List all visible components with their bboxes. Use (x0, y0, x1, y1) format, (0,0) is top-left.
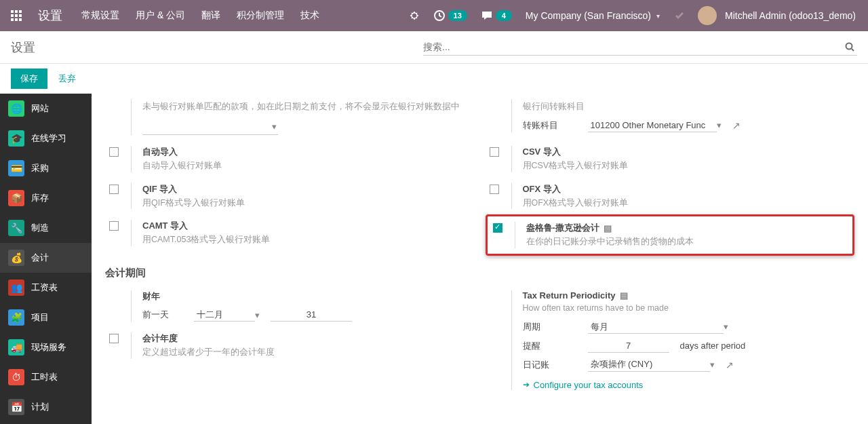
external-link-icon[interactable]: ↗ (726, 360, 734, 370)
sidebar-item-label: 在线学习 (31, 132, 66, 144)
chevron-down-icon: ▾ (255, 310, 260, 320)
ofx-import-title: OFX 导入 (523, 183, 855, 195)
fy-day-input[interactable] (271, 308, 352, 322)
money-icon: 💰 (8, 250, 24, 266)
user-menu[interactable]: Mitchell Admin (odoo13_demo) (691, 6, 863, 25)
activity-badge: 13 (448, 10, 467, 21)
sidebar-item-label: 制造 (31, 222, 49, 234)
fiscal-years-checkbox[interactable] (109, 334, 119, 343)
messaging-indicator[interactable]: 4 (474, 9, 519, 22)
svg-rect-0 (11, 10, 14, 13)
user-name: Mitchell Admin (odoo13_demo) (725, 10, 856, 21)
box-icon: 📦 (8, 190, 24, 206)
bank-threshold-input[interactable]: ▾ (142, 119, 278, 135)
bank-threshold-desc: 未与银行对账单匹配的款项，如在此日期之前支付，将不会显示在银行对账数据中 (142, 100, 475, 113)
menu-technical[interactable]: 技术 (292, 9, 328, 22)
sidebar-item-accounting[interactable]: 💰 会计 (0, 243, 92, 273)
sidebar-item-label: 工时表 (31, 371, 58, 383)
top-navbar: 设置 常规设置 用户 & 公司 翻译 积分制管理 技术 13 4 My Comp… (0, 0, 868, 31)
company-selector[interactable]: My Company (San Francisco) ▾ (519, 10, 667, 21)
qif-import-checkbox[interactable] (109, 185, 119, 194)
tax-journal-select[interactable] (588, 358, 710, 372)
sidebar-item-planning[interactable]: 📅 计划 (0, 392, 92, 422)
sidebar-item-project[interactable]: 🧩 项目 (0, 303, 92, 332)
doc-icon[interactable]: ▤ (620, 290, 628, 301)
doc-icon[interactable]: ▤ (604, 223, 612, 233)
tax-period-select[interactable]: 每月 (588, 320, 724, 334)
camt-import-desc: 用CAMT.053格式导入银行对账单 (142, 233, 475, 246)
sidebar-item-purchase[interactable]: 💳 采购 (0, 153, 92, 183)
qif-import-desc: 用QIF格式导入银行对账单 (142, 197, 475, 210)
page-title: 设置 (11, 39, 35, 56)
external-link-icon[interactable]: ↗ (732, 120, 741, 131)
menu-translate[interactable]: 翻译 (193, 9, 229, 22)
ofx-import-checkbox[interactable] (490, 185, 499, 194)
message-badge: 4 (496, 10, 512, 21)
clock-icon: ⏱ (8, 369, 24, 385)
sidebar-item-label: 会计 (31, 252, 49, 264)
debug-icon[interactable] (402, 10, 427, 21)
sidebar-item-timesheet[interactable]: ⏱ 工时表 (0, 362, 92, 392)
svg-point-11 (846, 43, 852, 50)
sidebar-item-label: 计划 (31, 401, 49, 413)
anglo-saxon-title: 盎格鲁-撒克逊会计 ▤ (526, 222, 848, 234)
tax-journal-label: 日记账 (523, 359, 577, 371)
svg-rect-1 (15, 10, 18, 13)
csv-import-desc: 用CSV格式导入银行对账单 (523, 159, 855, 172)
svg-rect-3 (11, 14, 14, 17)
main-layout: 🌐 网站 🎓 在线学习 💳 采购 📦 库存 🔧 制造 💰 会计 👥 工资表 � (0, 94, 868, 424)
highlight-box: 盎格鲁-撒克逊会计 ▤ 在你的日记账分录中记录销售的货物的成本 (486, 214, 855, 256)
svg-rect-5 (19, 14, 22, 17)
search-wrap (423, 39, 857, 56)
svg-rect-2 (19, 10, 22, 13)
sidebar-item-label: 采购 (31, 162, 49, 174)
sidebar-item-label: 网站 (31, 102, 49, 115)
sidebar-item-manufacturing[interactable]: 🔧 制造 (0, 213, 92, 243)
sidebar-item-label: 项目 (31, 311, 49, 324)
tax-return-title: Tax Return Periodicity ▤ (523, 290, 855, 301)
anglo-saxon-checkbox[interactable] (493, 223, 502, 233)
fiscal-year-title: 财年 (142, 290, 475, 303)
tax-reminder-input[interactable] (588, 339, 669, 353)
ofx-import-desc: 用OFX格式导入银行对账单 (523, 197, 855, 210)
fy-month-select[interactable]: 十二月 (194, 308, 255, 322)
sidebar-item-inventory[interactable]: 📦 库存 (0, 183, 92, 213)
configure-tax-link[interactable]: ➔ Configure your tax accounts (523, 380, 855, 390)
globe-icon: 🌐 (8, 100, 24, 117)
menu-points[interactable]: 积分制管理 (229, 9, 292, 22)
app-brand[interactable]: 设置 (27, 7, 73, 24)
activity-indicator[interactable]: 13 (427, 9, 474, 22)
fy-lastday-label: 前一天 (142, 309, 183, 321)
apps-grid-icon[interactable] (5, 10, 27, 21)
auto-import-checkbox[interactable] (109, 147, 119, 157)
sidebar-item-elearning[interactable]: 🎓 在线学习 (0, 123, 92, 153)
search-input[interactable] (423, 41, 842, 52)
svg-rect-7 (15, 18, 18, 21)
people-icon: 👥 (8, 280, 24, 296)
search-icon[interactable] (842, 42, 857, 52)
transfer-account-select[interactable] (588, 119, 717, 132)
puzzle-icon: 🧩 (8, 309, 24, 326)
avatar (698, 6, 717, 25)
camt-import-title: CAMT 导入 (142, 220, 475, 232)
sidebar-item-website[interactable]: 🌐 网站 (0, 94, 92, 123)
discard-button[interactable]: 丢弃 (56, 69, 79, 89)
sidebar-item-label: 现场服务 (31, 341, 66, 353)
auto-import-desc: 自动导入银行对账单 (142, 159, 475, 172)
svg-rect-4 (15, 14, 18, 17)
sidebar-item-payroll[interactable]: 👥 工资表 (0, 273, 92, 303)
menu-users[interactable]: 用户 & 公司 (127, 9, 193, 22)
cart-icon: 💳 (8, 160, 24, 176)
csv-import-checkbox[interactable] (490, 147, 499, 157)
menu-general[interactable]: 常规设置 (73, 9, 127, 22)
csv-import-title: CSV 导入 (523, 146, 855, 158)
calendar-icon: 📅 (8, 399, 24, 415)
fiscal-years-title: 会计年度 (142, 332, 475, 345)
wrench-icon: 🔧 (8, 220, 24, 236)
sidebar-item-label: 工资表 (31, 282, 58, 294)
tools-icon[interactable] (667, 10, 691, 21)
sidebar-item-fieldservice[interactable]: 🚚 现场服务 (0, 332, 92, 362)
camt-import-checkbox[interactable] (109, 221, 119, 231)
chevron-down-icon: ▾ (717, 120, 722, 130)
save-button[interactable]: 保存 (11, 69, 47, 89)
